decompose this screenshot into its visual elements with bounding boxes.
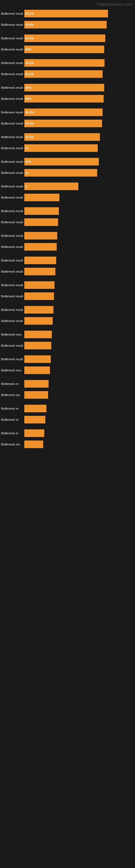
bar-fill bbox=[24, 243, 57, 251]
bar-fill bbox=[24, 440, 43, 448]
bar-fill: 52% bbox=[24, 158, 99, 165]
bar-label: Bottleneck result bbox=[0, 135, 24, 138]
bar-row: Bottleneck result bbox=[0, 206, 135, 216]
bar-wrapper bbox=[24, 218, 135, 226]
bar-fill bbox=[24, 367, 50, 374]
bar-wrapper: 53.5% bbox=[24, 108, 135, 116]
bar-label: Bottleneck result bbox=[0, 234, 24, 237]
bar-value: 52.6% bbox=[26, 135, 34, 138]
bar-fill bbox=[24, 342, 51, 349]
bar-fill bbox=[24, 355, 51, 363]
bar-fill bbox=[24, 429, 44, 437]
bar-wrapper bbox=[24, 440, 135, 448]
bar-value: 52% bbox=[26, 160, 31, 163]
bar-fill: 51. bbox=[24, 144, 98, 152]
bar-label: Bottleneck result bbox=[0, 294, 24, 298]
bar-label: Bottleneck re bbox=[0, 382, 24, 385]
bar-row: Bottleneck result51. bbox=[0, 167, 135, 178]
bar-row: Bottleneck result4 bbox=[0, 181, 135, 191]
bar-wrapper bbox=[24, 256, 135, 265]
bar-value: 54.2% bbox=[26, 61, 34, 65]
bar-wrapper bbox=[24, 415, 135, 424]
bar-fill: 51. bbox=[24, 169, 97, 177]
bar-label: Bottleneck result bbox=[0, 111, 24, 114]
row-spacer bbox=[0, 154, 135, 156]
bar-label: Bottleneck result bbox=[0, 86, 24, 89]
bar-wrapper: 54% bbox=[24, 95, 135, 103]
bar-wrapper: 54% bbox=[24, 45, 135, 54]
bar-fill: 54.2% bbox=[24, 59, 104, 67]
bar-row: Bottleneck result bbox=[0, 280, 135, 290]
bar-label: Bottleneck result bbox=[0, 23, 24, 26]
bar-value: 54.4% bbox=[26, 37, 34, 40]
bar-row: Bottleneck result53.5% bbox=[0, 69, 135, 79]
bar-wrapper: 53.3% bbox=[24, 119, 135, 127]
bar-wrapper bbox=[24, 231, 135, 240]
bar-row: Bottleneck result54.2% bbox=[0, 58, 135, 68]
bar-row: Bottleneck res bbox=[0, 390, 135, 400]
bar-value: 53.5% bbox=[26, 72, 34, 76]
bar-label: Bottleneck result bbox=[0, 185, 24, 188]
row-spacer bbox=[0, 129, 135, 131]
bar-fill bbox=[24, 207, 59, 215]
bar-label: Bottleneck re bbox=[0, 407, 24, 410]
bar-fill: 53.5% bbox=[24, 70, 103, 78]
bar-row: Bottleneck result55.1% bbox=[0, 8, 135, 19]
row-spacer bbox=[0, 31, 135, 32]
bar-fill: 54% bbox=[24, 84, 104, 91]
site-title: TheBottlenecker.com bbox=[0, 0, 135, 8]
row-spacer bbox=[0, 253, 135, 254]
bar-row: Bottleneck re bbox=[0, 428, 135, 438]
bar-wrapper bbox=[24, 268, 135, 276]
row-spacer bbox=[0, 204, 135, 205]
bar-wrapper: 52% bbox=[24, 158, 135, 166]
bar-row: Bottleneck result bbox=[0, 305, 135, 315]
row-spacer bbox=[0, 278, 135, 279]
bar-value: 53.5% bbox=[26, 111, 34, 114]
bar-fill: 52.6% bbox=[24, 133, 100, 141]
bar-row: Bottleneck re bbox=[0, 403, 135, 414]
bar-wrapper: 51. bbox=[24, 169, 135, 177]
bar-wrapper bbox=[24, 355, 135, 363]
row-spacer bbox=[0, 228, 135, 230]
bar-wrapper bbox=[24, 292, 135, 300]
bar-row: Bottleneck result51. bbox=[0, 143, 135, 153]
bar-label: Bottleneck res bbox=[0, 393, 24, 397]
row-spacer bbox=[0, 105, 135, 106]
bar-fill: 55.1% bbox=[24, 10, 108, 18]
bar-fill bbox=[24, 268, 55, 275]
bar-label: Bottleneck result bbox=[0, 160, 24, 163]
bar-fill bbox=[24, 194, 59, 201]
bar-label: Bottleneck result bbox=[0, 270, 24, 273]
bar-fill bbox=[24, 257, 56, 264]
bar-wrapper bbox=[24, 281, 135, 289]
bar-wrapper: 54.9% bbox=[24, 21, 135, 29]
bar-row: Bottleneck result54% bbox=[0, 44, 135, 55]
bar-wrapper: 55.1% bbox=[24, 9, 135, 18]
bar-wrapper bbox=[24, 193, 135, 202]
bar-fill: 53.3% bbox=[24, 120, 102, 127]
bar-row: Bottleneck re bbox=[0, 414, 135, 425]
bar-label: Bottleneck result bbox=[0, 358, 24, 361]
bar-wrapper: 54.4% bbox=[24, 34, 135, 42]
bar-label: Bottleneck result bbox=[0, 72, 24, 76]
bar-label: Bottleneck result bbox=[0, 171, 24, 175]
bar-wrapper bbox=[24, 341, 135, 350]
bar-fill: 4 bbox=[24, 183, 78, 190]
row-spacer bbox=[0, 55, 135, 57]
bar-row: Bottleneck res bbox=[0, 439, 135, 450]
bar-fill bbox=[24, 416, 45, 424]
bar-row: Bottleneck result54% bbox=[0, 83, 135, 93]
bar-row: Bottleneck result54.9% bbox=[0, 20, 135, 30]
bar-fill bbox=[24, 317, 53, 325]
bars-container: Bottleneck result55.1%Bottleneck result5… bbox=[0, 8, 135, 452]
bar-label: Bottleneck result bbox=[0, 319, 24, 322]
bar-label: Bottleneck result bbox=[0, 196, 24, 199]
row-spacer bbox=[0, 179, 135, 180]
bar-row: Bottleneck result53.3% bbox=[0, 118, 135, 129]
bar-row: Bottleneck result bbox=[0, 255, 135, 266]
row-spacer bbox=[0, 376, 135, 378]
bar-fill bbox=[24, 380, 49, 388]
bar-fill: 54.4% bbox=[24, 34, 105, 42]
bar-row: Bottleneck result bbox=[0, 340, 135, 351]
